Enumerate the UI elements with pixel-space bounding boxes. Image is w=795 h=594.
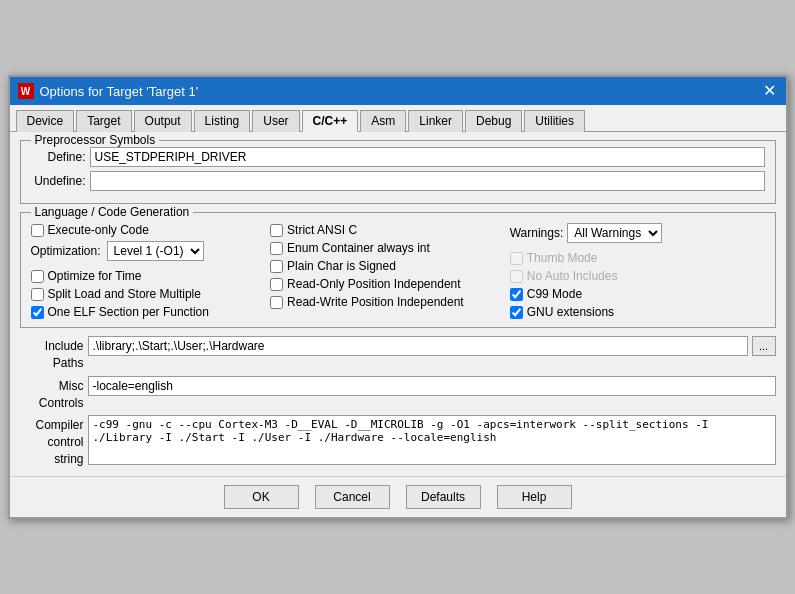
read-only-pos-checkbox[interactable] — [270, 278, 283, 291]
include-paths-row: Include Paths ... — [20, 336, 776, 372]
warnings-select[interactable]: All Warnings No Warnings — [567, 223, 662, 243]
preprocessor-group-label: Preprocessor Symbols — [31, 133, 160, 147]
dialog-title: Options for Target 'Target 1' — [40, 84, 199, 99]
read-only-pos-row: Read-Only Position Independent — [270, 277, 502, 291]
tab-cpp[interactable]: C/C++ — [302, 110, 359, 132]
read-write-pos-label: Read-Write Position Independent — [287, 295, 464, 309]
help-button[interactable]: Help — [497, 485, 572, 509]
bottom-bar: OK Cancel Defaults Help — [10, 476, 786, 517]
gnu-extensions-row: GNU extensions — [510, 305, 765, 319]
no-auto-includes-checkbox[interactable] — [510, 270, 523, 283]
title-bar-left: W Options for Target 'Target 1' — [18, 83, 199, 99]
split-load-row: Split Load and Store Multiple — [31, 287, 263, 301]
main-dialog: W Options for Target 'Target 1' ✕ Device… — [8, 75, 788, 519]
split-load-checkbox[interactable] — [31, 288, 44, 301]
misc-controls-input[interactable] — [88, 376, 776, 396]
one-elf-checkbox[interactable] — [31, 306, 44, 319]
lang-col-left: Execute-only Code Optimization: Level 1 … — [31, 223, 263, 319]
close-button[interactable]: ✕ — [761, 83, 778, 99]
cancel-button[interactable]: Cancel — [315, 485, 390, 509]
preprocessor-group: Preprocessor Symbols Define: Undefine: — [20, 140, 776, 204]
title-bar: W Options for Target 'Target 1' ✕ — [10, 77, 786, 105]
tab-utilities[interactable]: Utilities — [524, 110, 585, 132]
undefine-row: Undefine: — [31, 171, 765, 191]
warnings-label: Warnings: — [510, 226, 564, 240]
read-only-pos-label: Read-Only Position Independent — [287, 277, 460, 291]
defaults-button[interactable]: Defaults — [406, 485, 481, 509]
thumb-mode-checkbox[interactable] — [510, 252, 523, 265]
optimize-time-label: Optimize for Time — [48, 269, 142, 283]
tab-linker[interactable]: Linker — [408, 110, 463, 132]
include-paths-input[interactable] — [88, 336, 748, 356]
execute-only-row: Execute-only Code — [31, 223, 263, 237]
tab-output[interactable]: Output — [134, 110, 192, 132]
tab-listing[interactable]: Listing — [194, 110, 251, 132]
define-row: Define: — [31, 147, 765, 167]
undefine-input[interactable] — [90, 171, 765, 191]
tab-device[interactable]: Device — [16, 110, 75, 132]
lang-col-mid: Strict ANSI C Enum Container always int … — [270, 223, 502, 319]
enum-container-row: Enum Container always int — [270, 241, 502, 255]
tab-target[interactable]: Target — [76, 110, 131, 132]
define-input[interactable] — [90, 147, 765, 167]
optimization-label: Optimization: — [31, 244, 101, 258]
language-group: Language / Code Generation Execute-only … — [20, 212, 776, 328]
c99-mode-row: C99 Mode — [510, 287, 765, 301]
tab-asm[interactable]: Asm — [360, 110, 406, 132]
thumb-mode-row: Thumb Mode — [510, 251, 765, 265]
tab-user[interactable]: User — [252, 110, 299, 132]
thumb-mode-label: Thumb Mode — [527, 251, 598, 265]
enum-container-label: Enum Container always int — [287, 241, 430, 255]
enum-container-checkbox[interactable] — [270, 242, 283, 255]
gnu-extensions-label: GNU extensions — [527, 305, 614, 319]
one-elf-label: One ELF Section per Function — [48, 305, 209, 319]
language-group-label: Language / Code Generation — [31, 205, 194, 219]
read-write-pos-row: Read-Write Position Independent — [270, 295, 502, 309]
optimize-time-checkbox[interactable] — [31, 270, 44, 283]
compiler-control-label: Compiler control string — [20, 415, 84, 467]
lower-fields: Include Paths ... Misc Controls Compiler… — [20, 336, 776, 468]
optimize-time-row: Optimize for Time — [31, 269, 263, 283]
define-label: Define: — [31, 150, 86, 164]
strict-ansi-row: Strict ANSI C — [270, 223, 502, 237]
browse-include-button[interactable]: ... — [752, 336, 776, 356]
optimization-row: Optimization: Level 1 (-O1) Level 0 (-O0… — [31, 241, 263, 261]
plain-char-label: Plain Char is Signed — [287, 259, 396, 273]
app-icon: W — [18, 83, 34, 99]
split-load-label: Split Load and Store Multiple — [48, 287, 201, 301]
execute-only-label: Execute-only Code — [48, 223, 149, 237]
compiler-control-textarea[interactable]: -c99 -gnu -c --cpu Cortex-M3 -D__EVAL -D… — [88, 415, 776, 465]
compiler-control-row: Compiler control string -c99 -gnu -c --c… — [20, 415, 776, 467]
undefine-label: Undefine: — [31, 174, 86, 188]
plain-char-checkbox[interactable] — [270, 260, 283, 273]
read-write-pos-checkbox[interactable] — [270, 296, 283, 309]
misc-controls-row: Misc Controls — [20, 376, 776, 412]
warnings-row: Warnings: All Warnings No Warnings — [510, 223, 765, 243]
execute-only-checkbox[interactable] — [31, 224, 44, 237]
no-auto-includes-label: No Auto Includes — [527, 269, 618, 283]
main-content: Preprocessor Symbols Define: Undefine: L… — [10, 132, 786, 476]
include-paths-label: Include Paths — [20, 336, 84, 372]
strict-ansi-checkbox[interactable] — [270, 224, 283, 237]
ok-button[interactable]: OK — [224, 485, 299, 509]
misc-controls-label: Misc Controls — [20, 376, 84, 412]
c99-mode-label: C99 Mode — [527, 287, 582, 301]
tab-debug[interactable]: Debug — [465, 110, 522, 132]
gnu-extensions-checkbox[interactable] — [510, 306, 523, 319]
tab-bar: Device Target Output Listing User C/C++ … — [10, 105, 786, 132]
one-elf-row: One ELF Section per Function — [31, 305, 263, 319]
strict-ansi-label: Strict ANSI C — [287, 223, 357, 237]
plain-char-row: Plain Char is Signed — [270, 259, 502, 273]
no-auto-includes-row: No Auto Includes — [510, 269, 765, 283]
optimization-select[interactable]: Level 1 (-O1) Level 0 (-O0) Level 2 (-O2… — [107, 241, 204, 261]
c99-mode-checkbox[interactable] — [510, 288, 523, 301]
lang-col-right: Warnings: All Warnings No Warnings Thumb… — [510, 223, 765, 319]
